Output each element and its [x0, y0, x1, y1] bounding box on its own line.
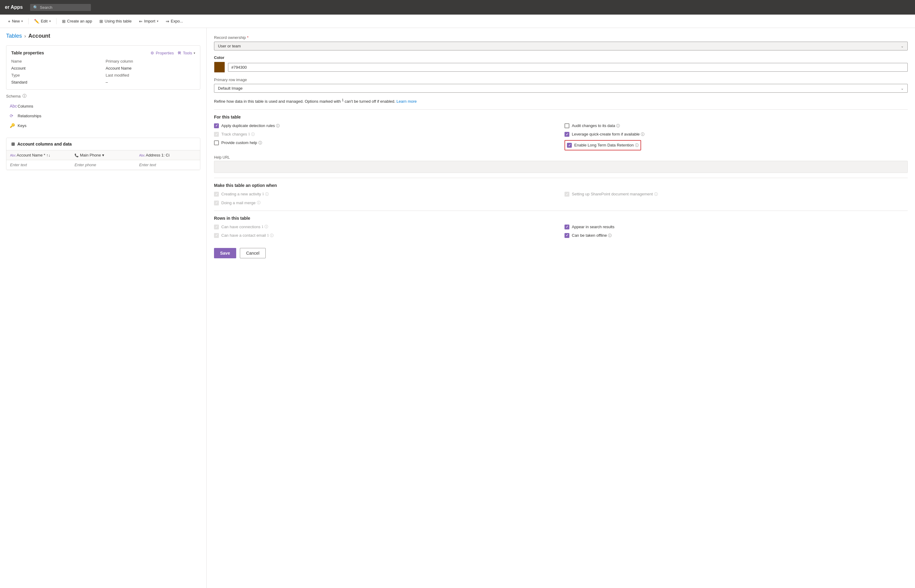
make-option-title: Make this table an option when [214, 183, 908, 188]
type-value: Standard [11, 80, 101, 84]
search-icon: 🔍 [33, 5, 38, 10]
relationships-label: Relationships [18, 114, 41, 118]
color-section: Color [214, 55, 908, 73]
info-audit-changes[interactable]: ⓘ [616, 123, 620, 129]
data-section: ⊞ Account columns and data Abc Account N… [6, 138, 200, 170]
modified-value: – [106, 80, 196, 84]
create-app-button[interactable]: ⊞ Create an app [59, 18, 95, 25]
highlight-box: Enable Long Term Data Retention ⓘ [564, 140, 641, 150]
primary-row-image-dropdown[interactable]: Default Image ⌄ [214, 84, 908, 93]
account-name-input[interactable] [10, 163, 67, 167]
checkbox-appear-search[interactable] [564, 225, 569, 229]
color-row [214, 62, 908, 73]
type-label: Type [11, 73, 101, 78]
main-content: Tables › Account Table properties ⚙ Prop… [0, 28, 915, 588]
table-icon: ⊞ [11, 142, 15, 147]
edit-button[interactable]: ✏️ Edit ▾ [31, 18, 53, 25]
main-phone-input[interactable] [74, 163, 132, 167]
breadcrumb-tables-link[interactable]: Tables [6, 33, 22, 39]
new-button[interactable]: + New ▾ [5, 18, 26, 25]
checkbox-leverage-quick-create[interactable] [564, 132, 569, 137]
check-connections: Can have connections 1 ⓘ [214, 224, 557, 230]
checkbox-provide-help[interactable] [214, 141, 219, 145]
col-icon-abc: Abc [10, 153, 16, 157]
info-apply-duplicate[interactable]: ⓘ [276, 123, 280, 129]
label-taken-offline: Can be taken offline ⓘ [572, 233, 612, 238]
schema-item-columns[interactable]: Abc Columns [6, 101, 200, 111]
cancel-button[interactable]: Cancel [240, 248, 266, 258]
check-appear-search: Appear in search results [564, 224, 908, 230]
help-url-label: Help URL [214, 155, 908, 160]
export-button[interactable]: ⇒ Expo... [163, 18, 186, 25]
color-hex-input[interactable] [228, 63, 908, 72]
checkbox-enable-long-term[interactable] [567, 143, 572, 148]
info-sharepoint: ⓘ [654, 192, 658, 197]
schema-item-keys[interactable]: 🔑 Keys [6, 121, 200, 130]
label-mail-merge: Doing a mail merge ⓘ [221, 200, 260, 206]
color-swatch[interactable] [214, 62, 225, 73]
for-this-table-grid: Apply duplicate detection rules ⓘ Audit … [214, 123, 908, 151]
search-input[interactable] [40, 5, 89, 10]
checkbox-audit-changes[interactable] [564, 123, 569, 128]
checkbox-taken-offline[interactable] [564, 233, 569, 238]
table-properties-card: Table properties ⚙ Properties 🛠 Tools ▾ … [6, 45, 200, 90]
card-header: Table properties ⚙ Properties 🛠 Tools ▾ [11, 50, 195, 55]
check-track-changes: Track changes 1 ⓘ [214, 132, 557, 137]
label-apply-duplicate: Apply duplicate detection rules ⓘ [221, 123, 280, 129]
schema-section: Schema ⓘ Abc Columns ⟳ Relationships 🔑 K… [0, 93, 206, 134]
import-button[interactable]: ⇐ Import ▾ [136, 18, 162, 25]
new-dropdown-arrow[interactable]: ▾ [21, 19, 23, 23]
label-sharepoint: Setting up SharePoint document managemen… [572, 191, 658, 197]
col-icon-abc2: Abc [139, 153, 145, 157]
properties-button[interactable]: ⚙ Properties [150, 51, 174, 55]
plus-icon: + [8, 19, 10, 24]
save-button[interactable]: Save [214, 248, 236, 258]
checkbox-mail-merge [214, 200, 219, 205]
info-enable-long-term[interactable]: ⓘ [635, 143, 639, 148]
keys-label: Keys [18, 123, 26, 128]
tools-dropdown-arrow[interactable]: ▾ [194, 52, 195, 55]
keys-icon: 🔑 [10, 123, 15, 128]
search-box[interactable]: 🔍 [30, 4, 91, 11]
learn-more-link[interactable]: Learn more [396, 99, 417, 103]
data-section-title: Account columns and data [17, 142, 72, 147]
primary-row-image-section: Primary row image Default Image ⌄ [214, 78, 908, 93]
info-taken-offline[interactable]: ⓘ [608, 233, 612, 238]
info-provide-help[interactable]: ⓘ [259, 141, 262, 145]
schema-title: Schema [6, 94, 21, 99]
label-creating-activity: Creating a new activity 1 ⓘ [221, 191, 269, 197]
th-main-phone: 📞 Main Phone ▾ [71, 150, 135, 160]
app-title: er Apps [5, 5, 23, 10]
cell-address [136, 160, 200, 170]
topbar: er Apps 🔍 [0, 0, 915, 15]
tools-button[interactable]: 🛠 Tools ▾ [178, 51, 195, 55]
info-track-changes: ⓘ [251, 132, 255, 137]
label-provide-help: Provide custom help ⓘ [221, 140, 262, 145]
schema-item-relationships[interactable]: ⟳ Relationships [6, 111, 200, 121]
check-mail-merge: Doing a mail merge ⓘ [214, 200, 557, 206]
help-url-input[interactable] [214, 161, 908, 173]
card-title: Table properties [11, 50, 44, 55]
info-leverage-quick-create[interactable]: ⓘ [641, 132, 645, 137]
breadcrumb-current: Account [28, 33, 50, 39]
checkbox-creating-activity [214, 192, 219, 197]
th-address: Abc Address 1: Ci [136, 150, 200, 160]
toolbar: + New ▾ ✏️ Edit ▾ ⊞ Create an app ⊞ Usin… [0, 15, 915, 28]
checkbox-apply-duplicate[interactable] [214, 123, 219, 128]
checkbox-connections [214, 225, 219, 229]
properties-table: Name Primary column Account Account Name… [11, 59, 195, 84]
create-app-icon: ⊞ [62, 19, 66, 24]
edit-dropdown-arrow[interactable]: ▾ [49, 19, 51, 23]
primary-column-value: Account Name [106, 66, 196, 71]
import-dropdown-arrow[interactable]: ▾ [157, 19, 158, 23]
primary-row-image-value: Default Image [218, 86, 242, 90]
rows-in-table-title: Rows in this table [214, 216, 908, 221]
using-table-button[interactable]: ⊞ Using this table [96, 18, 135, 25]
address-input[interactable] [139, 163, 196, 167]
record-ownership-dropdown[interactable]: User or team ⌄ [214, 42, 908, 50]
primary-row-image-label: Primary row image [214, 78, 908, 82]
record-ownership-value: User or team [218, 44, 241, 48]
table-row [6, 160, 200, 170]
label-enable-long-term: Enable Long Term Data Retention ⓘ [574, 142, 639, 148]
check-creating-activity: Creating a new activity 1 ⓘ [214, 191, 557, 197]
